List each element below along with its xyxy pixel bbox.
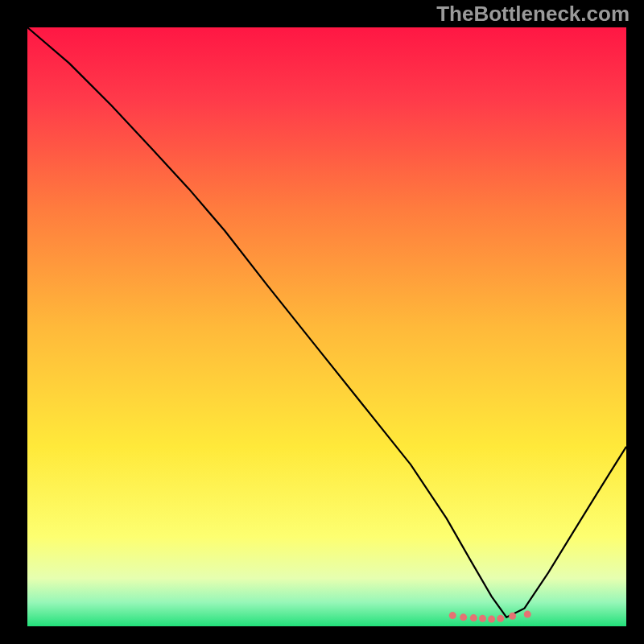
optimal-marker [488,616,495,623]
bottleneck-chart [0,0,644,644]
chart-container: TheBottleneck.com [0,0,644,644]
optimal-marker [470,614,477,621]
optimal-marker [460,613,467,621]
optimal-marker [479,615,486,622]
optimal-marker [524,611,531,618]
optimal-marker [449,612,456,619]
plot-background [27,27,626,626]
optimal-marker [509,613,516,620]
watermark-text: TheBottleneck.com [436,2,630,27]
optimal-marker [497,615,504,622]
